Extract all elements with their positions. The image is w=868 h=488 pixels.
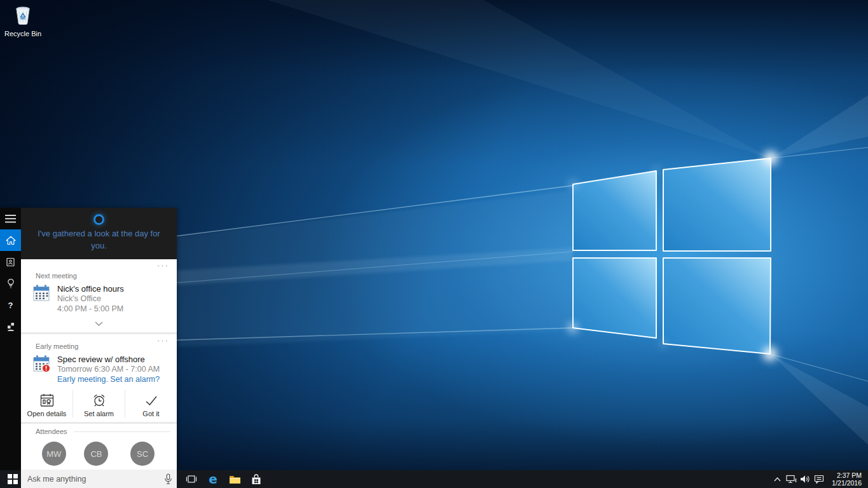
- more-options-icon[interactable]: ···: [157, 262, 169, 269]
- action-center-tray-icon[interactable]: [812, 470, 826, 488]
- system-tray: 2:37 PM 1/21/2016: [770, 470, 868, 488]
- taskbar: e: [0, 470, 868, 488]
- attendee-michael[interactable]: MW Michael: [41, 442, 67, 470]
- open-details-button[interactable]: Open details: [21, 390, 72, 417]
- sidebar-item-help[interactable]: ?: [0, 294, 21, 316]
- attendee-suryakant[interactable]: SC Suryakant: [126, 442, 159, 470]
- open-details-label: Open details: [21, 410, 72, 417]
- help-icon: ?: [8, 301, 13, 310]
- set-alarm-button[interactable]: Set alarm: [72, 390, 125, 417]
- tray-time: 2:37 PM: [832, 471, 862, 479]
- sidebar-item-home[interactable]: [0, 229, 21, 251]
- cortana-ring-icon: [93, 214, 104, 225]
- recycle-bin-icon: [3, 4, 43, 29]
- sidebar-item-feedback[interactable]: [0, 316, 21, 337]
- lightbulb-icon: [6, 278, 15, 288]
- meeting-time: Tomorrow 6:30 AM - 7:00 AM: [57, 365, 160, 374]
- meeting-title: Nick's office hours: [57, 284, 124, 294]
- chevron-up-icon: [774, 477, 781, 482]
- cortana-search-box: [21, 470, 177, 488]
- feedback-person-icon: [6, 322, 15, 332]
- got-it-button[interactable]: Got it: [125, 390, 177, 417]
- cortana-cards: ··· Next meeting: [21, 259, 177, 470]
- attendees-card: Attendees MW Michael CB Caleb: [21, 424, 177, 470]
- edge-button[interactable]: e: [202, 470, 224, 488]
- attendees-section-label: Attendees: [36, 428, 67, 435]
- microphone-icon[interactable]: [160, 471, 176, 487]
- attendees-divider: [74, 431, 170, 432]
- attendees-header: Attendees: [21, 424, 177, 435]
- next-meeting-section-label: Next meeting: [21, 259, 177, 284]
- sidebar-item-reminders[interactable]: [0, 273, 21, 294]
- home-icon: [6, 236, 16, 245]
- store-button[interactable]: [245, 470, 267, 488]
- show-hidden-icons-button[interactable]: [770, 470, 784, 488]
- open-details-calendar-icon: [21, 393, 72, 408]
- early-meeting-details: Spec review w/ offshore Tomorrow 6:30 AM…: [57, 355, 160, 384]
- calendar-alert-icon: [32, 355, 51, 374]
- set-alarm-clock-icon: [73, 393, 125, 408]
- early-meeting-card: ··· Early meeting: [21, 334, 177, 422]
- recycle-bin-desktop-icon[interactable]: Recycle Bin: [3, 4, 43, 37]
- avatar: SC: [130, 442, 155, 466]
- notebook-icon: [6, 257, 15, 267]
- network-tray-icon[interactable]: [784, 470, 798, 488]
- next-meeting-card: ··· Next meeting: [21, 259, 177, 332]
- cortana-panel: ? I've gathered a look at the day for yo…: [0, 208, 177, 470]
- meeting-location: Nick's Office: [57, 294, 124, 304]
- more-options-icon[interactable]: ···: [157, 337, 169, 344]
- cortana-sidebar: ?: [0, 208, 21, 470]
- avatar: CB: [84, 442, 108, 466]
- meeting-time: 4:00 PM - 5:00 PM: [57, 304, 124, 314]
- file-explorer-button[interactable]: [224, 470, 245, 488]
- cortana-content: I've gathered a look at the day for you.…: [21, 208, 177, 470]
- card-actions: Open details Set ala: [21, 390, 177, 422]
- cortana-header: I've gathered a look at the day for you.: [21, 208, 177, 259]
- early-meeting-row[interactable]: Spec review w/ offshore Tomorrow 6:30 AM…: [21, 355, 177, 384]
- recycle-bin-label: Recycle Bin: [3, 30, 43, 37]
- avatar: MW: [42, 442, 66, 466]
- search-input[interactable]: [21, 475, 160, 484]
- attendee-caleb[interactable]: CB Caleb: [84, 442, 108, 470]
- edge-icon: e: [209, 473, 217, 485]
- early-meeting-section-label: Early meeting: [21, 334, 177, 355]
- got-it-label: Got it: [125, 410, 177, 417]
- taskbar-clock[interactable]: 2:37 PM 1/21/2016: [829, 471, 864, 487]
- hamburger-menu-icon[interactable]: [0, 208, 21, 229]
- taskbar-apps: e: [181, 470, 267, 488]
- chevron-down-icon: [95, 322, 103, 326]
- windows-start-icon: [8, 474, 18, 484]
- got-it-check-icon: [125, 393, 177, 408]
- task-view-icon: [186, 475, 197, 484]
- task-view-button[interactable]: [181, 470, 202, 488]
- set-alarm-link[interactable]: Early meeting. Set an alarm?: [57, 375, 160, 384]
- next-meeting-details: Nick's office hours Nick's Office 4:00 P…: [57, 284, 124, 314]
- file-explorer-icon: [229, 475, 241, 484]
- sidebar-item-notebook[interactable]: [0, 251, 21, 273]
- meeting-title: Spec review w/ offshore: [57, 355, 160, 364]
- expand-card-button[interactable]: [21, 314, 177, 332]
- store-icon: [251, 474, 261, 485]
- calendar-icon: [32, 284, 51, 303]
- next-meeting-row[interactable]: Nick's office hours Nick's Office 4:00 P…: [21, 284, 177, 314]
- cortana-greeting: I've gathered a look at the day for you.: [32, 227, 166, 252]
- attendees-list: MW Michael CB Caleb SC Suryakant: [21, 435, 177, 470]
- volume-tray-icon[interactable]: [798, 470, 812, 488]
- set-alarm-label: Set alarm: [73, 410, 125, 417]
- tray-date: 1/21/2016: [832, 479, 862, 487]
- windows-desktop: Recycle Bin ?: [0, 0, 868, 488]
